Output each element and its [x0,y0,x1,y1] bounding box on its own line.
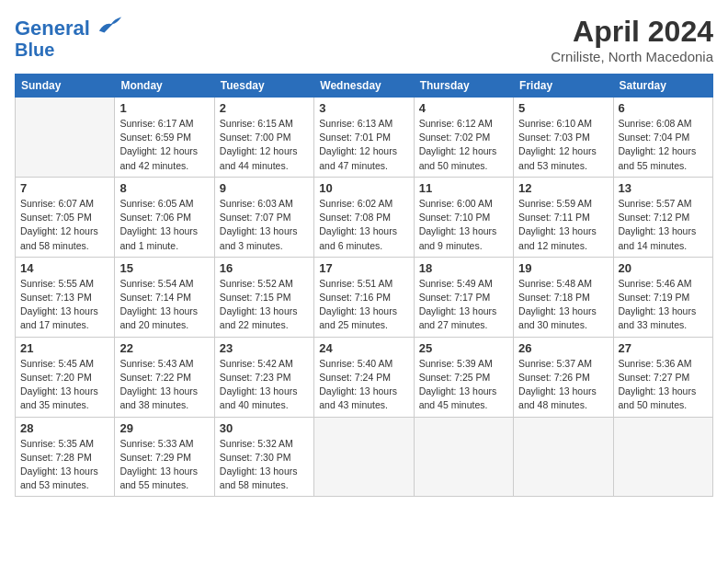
calendar-table: SundayMondayTuesdayWednesdayThursdayFrid… [15,74,713,497]
day-number: 11 [419,181,508,195]
calendar-cell: 12Sunrise: 5:59 AMSunset: 7:11 PMDayligh… [514,177,613,257]
day-number: 28 [20,421,109,435]
day-info: Sunrise: 6:15 AMSunset: 7:00 PMDaylight:… [220,117,309,173]
calendar-cell: 13Sunrise: 5:57 AMSunset: 7:12 PMDayligh… [613,177,712,257]
calendar-cell: 18Sunrise: 5:49 AMSunset: 7:17 PMDayligh… [414,257,513,337]
day-number: 10 [319,181,408,195]
calendar-cell: 17Sunrise: 5:51 AMSunset: 7:16 PMDayligh… [314,257,414,337]
calendar-cell: 7Sunrise: 6:07 AMSunset: 7:05 PMDaylight… [16,177,115,257]
col-header-wednesday: Wednesday [314,75,414,98]
day-info: Sunrise: 6:02 AMSunset: 7:08 PMDaylight:… [319,197,408,253]
day-number: 8 [119,181,209,195]
day-info: Sunrise: 5:33 AMSunset: 7:29 PMDaylight:… [119,437,209,493]
calendar-cell: 14Sunrise: 5:55 AMSunset: 7:13 PMDayligh… [16,257,115,337]
calendar-cell [613,417,712,497]
calendar-cell: 11Sunrise: 6:00 AMSunset: 7:10 PMDayligh… [414,177,513,257]
calendar-week-row: 1Sunrise: 6:17 AMSunset: 6:59 PMDaylight… [16,98,713,178]
calendar-cell: 15Sunrise: 5:54 AMSunset: 7:14 PMDayligh… [115,257,214,337]
day-number: 12 [518,181,608,195]
day-info: Sunrise: 5:40 AMSunset: 7:24 PMDaylight:… [319,357,408,413]
day-number: 26 [518,341,608,355]
day-info: Sunrise: 5:55 AMSunset: 7:13 PMDaylight:… [20,277,109,333]
logo: General Blue [15,15,123,60]
day-info: Sunrise: 5:36 AMSunset: 7:27 PMDaylight:… [619,357,708,413]
col-header-tuesday: Tuesday [214,75,313,98]
day-info: Sunrise: 5:35 AMSunset: 7:28 PMDaylight:… [20,437,109,493]
day-info: Sunrise: 5:48 AMSunset: 7:18 PMDaylight:… [518,277,608,333]
calendar-cell: 23Sunrise: 5:42 AMSunset: 7:23 PMDayligh… [214,337,313,417]
day-info: Sunrise: 5:37 AMSunset: 7:26 PMDaylight:… [518,357,608,413]
day-number: 25 [419,341,508,355]
calendar-cell: 22Sunrise: 5:43 AMSunset: 7:22 PMDayligh… [115,337,214,417]
calendar-cell: 25Sunrise: 5:39 AMSunset: 7:25 PMDayligh… [414,337,513,417]
day-number: 5 [518,101,608,115]
day-number: 17 [319,261,408,275]
calendar-week-row: 21Sunrise: 5:45 AMSunset: 7:20 PMDayligh… [16,337,713,417]
page-header: General Blue April 2024 Crniliste, North… [15,15,713,64]
day-number: 23 [220,341,309,355]
day-number: 29 [119,421,209,435]
day-info: Sunrise: 5:32 AMSunset: 7:30 PMDaylight:… [220,437,309,493]
calendar-cell: 8Sunrise: 6:05 AMSunset: 7:06 PMDaylight… [115,177,214,257]
calendar-cell: 21Sunrise: 5:45 AMSunset: 7:20 PMDayligh… [16,337,115,417]
calendar-cell [314,417,414,497]
calendar-week-row: 7Sunrise: 6:07 AMSunset: 7:05 PMDaylight… [16,177,713,257]
logo-bird-icon [97,15,123,35]
day-number: 6 [619,101,708,115]
calendar-cell: 26Sunrise: 5:37 AMSunset: 7:26 PMDayligh… [514,337,613,417]
day-number: 21 [20,341,109,355]
day-number: 14 [20,261,109,275]
calendar-cell: 19Sunrise: 5:48 AMSunset: 7:18 PMDayligh… [514,257,613,337]
day-info: Sunrise: 6:00 AMSunset: 7:10 PMDaylight:… [419,197,508,253]
day-info: Sunrise: 5:59 AMSunset: 7:11 PMDaylight:… [518,197,608,253]
day-info: Sunrise: 5:42 AMSunset: 7:23 PMDaylight:… [220,357,309,413]
day-info: Sunrise: 5:46 AMSunset: 7:19 PMDaylight:… [619,277,708,333]
calendar-cell: 4Sunrise: 6:12 AMSunset: 7:02 PMDaylight… [414,98,513,178]
calendar-week-row: 14Sunrise: 5:55 AMSunset: 7:13 PMDayligh… [16,257,713,337]
day-info: Sunrise: 5:39 AMSunset: 7:25 PMDaylight:… [419,357,508,413]
day-info: Sunrise: 6:10 AMSunset: 7:03 PMDaylight:… [518,117,608,173]
calendar-cell: 9Sunrise: 6:03 AMSunset: 7:07 PMDaylight… [214,177,313,257]
month-title: April 2024 [551,15,713,49]
day-info: Sunrise: 6:13 AMSunset: 7:01 PMDaylight:… [319,117,408,173]
calendar-cell: 20Sunrise: 5:46 AMSunset: 7:19 PMDayligh… [613,257,712,337]
calendar-cell [514,417,613,497]
day-number: 7 [20,181,109,195]
day-info: Sunrise: 6:05 AMSunset: 7:06 PMDaylight:… [119,197,209,253]
day-number: 2 [220,101,309,115]
day-info: Sunrise: 5:49 AMSunset: 7:17 PMDaylight:… [419,277,508,333]
calendar-cell: 16Sunrise: 5:52 AMSunset: 7:15 PMDayligh… [214,257,313,337]
calendar-cell: 6Sunrise: 6:08 AMSunset: 7:04 PMDaylight… [613,98,712,178]
day-info: Sunrise: 5:43 AMSunset: 7:22 PMDaylight:… [119,357,209,413]
day-number: 4 [419,101,508,115]
day-number: 13 [619,181,708,195]
col-header-monday: Monday [115,75,214,98]
day-number: 27 [619,341,708,355]
col-header-thursday: Thursday [414,75,513,98]
calendar-cell [16,98,115,178]
calendar-cell: 24Sunrise: 5:40 AMSunset: 7:24 PMDayligh… [314,337,414,417]
day-number: 15 [119,261,209,275]
calendar-cell: 29Sunrise: 5:33 AMSunset: 7:29 PMDayligh… [115,417,214,497]
day-number: 19 [518,261,608,275]
col-header-sunday: Sunday [16,75,115,98]
col-header-saturday: Saturday [613,75,712,98]
day-info: Sunrise: 6:03 AMSunset: 7:07 PMDaylight:… [220,197,309,253]
calendar-header-row: SundayMondayTuesdayWednesdayThursdayFrid… [16,75,713,98]
day-info: Sunrise: 5:45 AMSunset: 7:20 PMDaylight:… [20,357,109,413]
logo-general: General [15,17,90,40]
title-block: April 2024 Crniliste, North Macedonia [551,15,713,64]
day-number: 9 [220,181,309,195]
logo-text: General [15,15,123,40]
logo-blue: Blue [15,40,123,60]
calendar-cell: 5Sunrise: 6:10 AMSunset: 7:03 PMDaylight… [514,98,613,178]
day-info: Sunrise: 6:12 AMSunset: 7:02 PMDaylight:… [419,117,508,173]
day-number: 22 [119,341,209,355]
calendar-cell: 2Sunrise: 6:15 AMSunset: 7:00 PMDaylight… [214,98,313,178]
day-number: 16 [220,261,309,275]
day-info: Sunrise: 5:57 AMSunset: 7:12 PMDaylight:… [619,197,708,253]
day-info: Sunrise: 6:17 AMSunset: 6:59 PMDaylight:… [119,117,209,173]
day-number: 30 [220,421,309,435]
calendar-cell [414,417,513,497]
day-number: 20 [619,261,708,275]
